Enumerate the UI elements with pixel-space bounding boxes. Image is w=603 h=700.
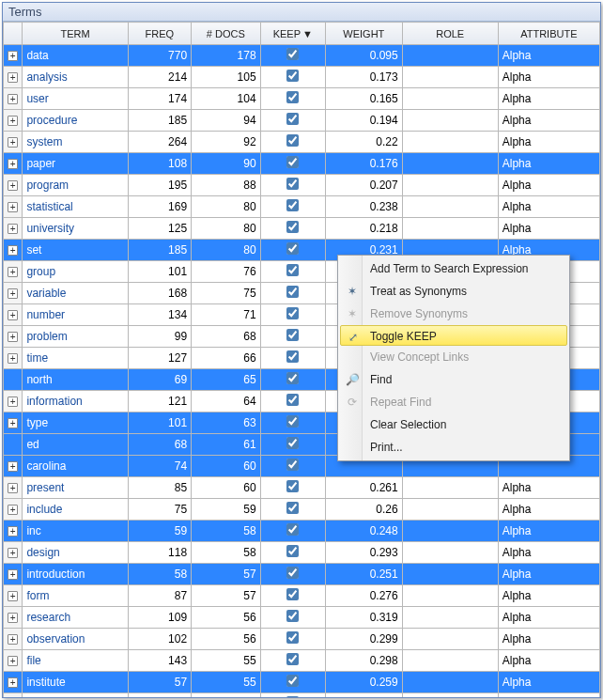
keep-checkbox[interactable] — [286, 631, 299, 644]
keep-cell[interactable] — [260, 132, 325, 153]
keep-cell[interactable] — [260, 391, 325, 412]
keep-checkbox[interactable] — [286, 113, 299, 125]
table-row[interactable]: +design118580.293Alpha — [4, 542, 600, 564]
term-cell[interactable]: paper — [23, 153, 128, 175]
term-cell[interactable]: system — [23, 132, 128, 153]
keep-checkbox[interactable] — [286, 70, 299, 82]
keep-checkbox[interactable] — [286, 134, 299, 147]
col-docs[interactable]: # DOCS — [192, 23, 261, 45]
expand-icon[interactable]: + — [8, 418, 18, 428]
keep-checkbox[interactable] — [286, 221, 299, 233]
term-cell[interactable]: variable — [23, 283, 128, 304]
keep-cell[interactable] — [260, 218, 325, 240]
expand-cell[interactable]: + — [4, 542, 23, 564]
expand-cell[interactable]: + — [4, 304, 23, 326]
expand-cell[interactable]: + — [4, 456, 23, 477]
expand-cell[interactable]: + — [4, 521, 23, 542]
term-cell[interactable]: statistical — [23, 196, 128, 218]
term-cell[interactable]: design — [23, 542, 128, 564]
keep-cell[interactable] — [260, 326, 325, 348]
keep-cell[interactable] — [260, 434, 325, 456]
expand-icon[interactable]: + — [8, 332, 18, 342]
keep-checkbox[interactable] — [286, 437, 299, 449]
table-row[interactable]: +program195880.207Alpha — [4, 175, 600, 196]
expand-icon[interactable]: + — [8, 353, 18, 364]
term-cell[interactable]: set — [23, 240, 128, 261]
term-cell[interactable]: number — [23, 304, 128, 326]
expand-cell[interactable]: + — [4, 412, 23, 434]
expand-icon[interactable]: + — [8, 202, 18, 212]
expand-icon[interactable]: + — [8, 548, 18, 558]
term-cell[interactable]: data — [23, 45, 128, 67]
expand-cell[interactable]: + — [4, 348, 23, 369]
keep-cell[interactable] — [260, 110, 325, 132]
term-cell[interactable]: form — [23, 585, 128, 607]
keep-checkbox[interactable] — [286, 459, 299, 471]
keep-checkbox[interactable] — [286, 545, 299, 557]
expand-icon[interactable]: + — [8, 505, 18, 515]
keep-cell[interactable] — [260, 629, 325, 650]
keep-cell[interactable] — [260, 45, 325, 67]
table-row[interactable]: +analysis2141050.173Alpha — [4, 67, 600, 88]
expand-cell[interactable]: + — [4, 175, 23, 196]
keep-cell[interactable] — [260, 412, 325, 434]
col-keep[interactable]: KEEP▼ — [260, 23, 325, 45]
expand-cell[interactable]: + — [4, 67, 23, 88]
keep-cell[interactable] — [260, 369, 325, 391]
keep-cell[interactable] — [260, 304, 325, 326]
keep-checkbox[interactable] — [286, 415, 299, 428]
term-cell[interactable]: ed — [23, 434, 128, 456]
table-row[interactable]: +value111550.316Alpha — [4, 693, 600, 698]
keep-checkbox[interactable] — [286, 480, 299, 492]
keep-cell[interactable] — [260, 153, 325, 175]
keep-checkbox[interactable] — [286, 372, 299, 384]
col-expander[interactable] — [4, 23, 23, 45]
keep-cell[interactable] — [260, 240, 325, 261]
keep-cell[interactable] — [260, 607, 325, 629]
expand-cell[interactable]: + — [4, 240, 23, 261]
expand-cell[interactable]: + — [4, 88, 23, 110]
expand-cell[interactable]: + — [4, 585, 23, 607]
keep-cell[interactable] — [260, 175, 325, 196]
keep-checkbox[interactable] — [286, 307, 299, 319]
keep-cell[interactable] — [260, 456, 325, 477]
table-row[interactable]: +data7701780.095Alpha — [4, 45, 600, 67]
expand-icon[interactable]: + — [8, 656, 18, 666]
expand-cell[interactable]: + — [4, 564, 23, 585]
keep-checkbox[interactable] — [286, 242, 299, 255]
keep-checkbox[interactable] — [286, 178, 299, 190]
table-row[interactable]: +introduction58570.251Alpha — [4, 564, 600, 585]
keep-cell[interactable] — [260, 650, 325, 672]
expand-cell[interactable]: + — [4, 110, 23, 132]
term-cell[interactable]: time — [23, 348, 128, 369]
col-role[interactable]: ROLE — [402, 23, 498, 45]
context-menu-item[interactable]: ⤢Toggle KEEP — [340, 325, 567, 346]
expand-icon[interactable]: + — [8, 526, 18, 537]
expand-icon[interactable]: + — [8, 224, 18, 234]
expand-cell[interactable]: + — [4, 196, 23, 218]
table-row[interactable]: +observation102560.299Alpha — [4, 629, 600, 650]
keep-cell[interactable] — [260, 499, 325, 521]
expand-cell[interactable]: + — [4, 499, 23, 521]
table-row[interactable]: +institute57550.259Alpha — [4, 672, 600, 693]
table-row[interactable]: +file143550.298Alpha — [4, 650, 600, 672]
col-weight[interactable]: WEIGHT — [325, 23, 402, 45]
term-cell[interactable]: value — [23, 693, 128, 698]
expand-icon[interactable]: + — [8, 116, 18, 126]
col-freq[interactable]: FREQ — [128, 23, 191, 45]
term-cell[interactable]: introduction — [23, 564, 128, 585]
keep-checkbox[interactable] — [286, 48, 299, 60]
keep-checkbox[interactable] — [286, 610, 299, 622]
keep-cell[interactable] — [260, 477, 325, 499]
term-cell[interactable]: file — [23, 650, 128, 672]
expand-icon[interactable]: + — [8, 137, 18, 148]
expand-icon[interactable]: + — [8, 677, 18, 688]
context-menu-item[interactable]: Print... — [340, 436, 567, 459]
expand-cell[interactable]: + — [4, 218, 23, 240]
table-row[interactable]: +paper108900.176Alpha — [4, 153, 600, 175]
table-row[interactable]: +university125800.218Alpha — [4, 218, 600, 240]
term-cell[interactable]: program — [23, 175, 128, 196]
expand-icon[interactable]: + — [8, 245, 18, 256]
keep-cell[interactable] — [260, 542, 325, 564]
keep-checkbox[interactable] — [286, 91, 299, 103]
